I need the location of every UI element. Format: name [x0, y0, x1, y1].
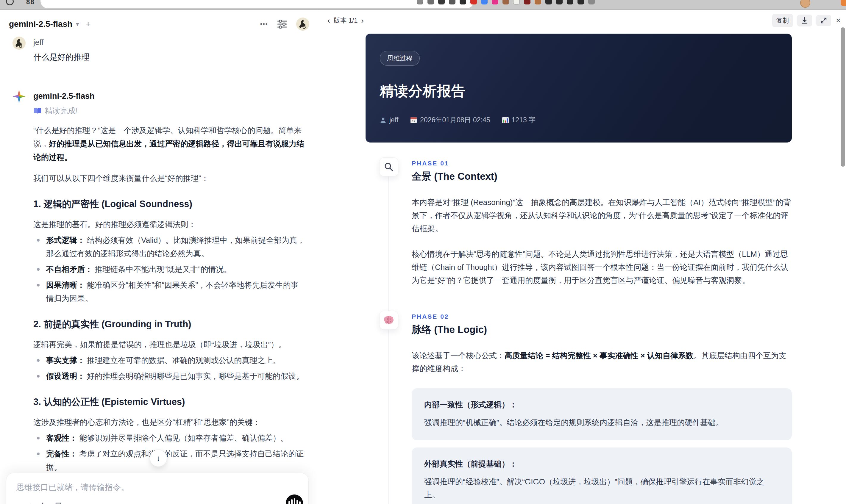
extension-icon[interactable]: [513, 0, 520, 4]
extension-icon[interactable]: [535, 0, 541, 4]
chat-panel: gemini-2.5-flash ▾ + ⋯: [0, 10, 317, 504]
user-avatar[interactable]: [296, 18, 309, 31]
browser-corner-icon[interactable]: [841, 0, 846, 6]
bullet-dot-icon: [37, 437, 40, 439]
user-message-text: 什么是好的推理: [33, 52, 305, 62]
card-text: 强调推理的“经验校准”。解决“GIGO（垃圾进，垃圾出）”问题，确保推理引擎运行…: [424, 475, 779, 501]
chat-heading: 2. 前提的真实性 (Grounding in Truth): [33, 318, 305, 330]
extension-icon[interactable]: [545, 0, 552, 4]
chat-bullet-item: 因果清晰： 能准确区分“相关性”和“因果关系”，不会轻率地将先后发生的事情归为因…: [33, 278, 305, 305]
calendar-icon: 17: [410, 116, 417, 124]
author-name: jeff: [389, 116, 398, 124]
expand-icon[interactable]: [816, 15, 831, 26]
bar-chart-icon: [502, 117, 509, 124]
message-composer[interactable]: 思维接口已就绪，请传输指令。 +: [6, 473, 309, 504]
assistant-status: 精读完成!: [33, 106, 305, 116]
magnifier-icon: [379, 157, 398, 176]
close-icon[interactable]: ×: [835, 16, 842, 25]
extension-icon[interactable]: [588, 0, 595, 4]
gemini-logo-icon: [13, 90, 25, 103]
phase-number: PHASE 02: [412, 313, 792, 320]
version-prev-icon[interactable]: ‹: [324, 16, 333, 25]
extension-icon[interactable]: [470, 0, 477, 4]
extension-icon[interactable]: [567, 0, 573, 4]
user-name: jeff: [33, 38, 305, 47]
attach-plus-button[interactable]: +: [16, 501, 22, 504]
version-label: 版本 1/1: [334, 16, 358, 25]
extension-icon[interactable]: [427, 0, 434, 4]
phase-section: PHASE 01全景 (The Context)本内容是对“推理 (Reason…: [366, 160, 792, 287]
chevron-down-icon[interactable]: ▾: [76, 20, 79, 28]
extension-icon[interactable]: [492, 0, 498, 4]
extension-icon[interactable]: [578, 0, 584, 4]
chat-paragraph: 这涉及推理者的心态和方法论，也是区分“杠精”和“思想家”的关键：: [33, 416, 305, 429]
wordcount-meta: 1213 字: [502, 115, 536, 125]
phase-body: 该论述基于一个核心公式：高质量结论 = 结构完整性 × 事实准确性 × 认知自律…: [412, 349, 792, 375]
brain-icon: [379, 311, 398, 330]
divider: [30, 503, 30, 504]
extension-icon[interactable]: [460, 0, 466, 4]
new-chat-button[interactable]: +: [85, 19, 91, 29]
bullet-text: 事实支撑： 推理建立在可靠的数据、准确的观测或公认的真理之上。: [46, 354, 280, 367]
version-next-icon[interactable]: ›: [358, 16, 367, 25]
extension-icon[interactable]: [449, 0, 455, 4]
bullet-dot-icon: [37, 359, 40, 362]
sparkle-diamond-icon[interactable]: [38, 503, 47, 504]
extension-icons-row: [417, 0, 595, 4]
composer-toolbar: +: [16, 501, 62, 504]
phase-timeline: PHASE 01全景 (The Context)本内容是对“推理 (Reason…: [366, 160, 792, 504]
extension-icon[interactable]: [503, 0, 509, 4]
user-avatar: [13, 37, 25, 50]
artifact-panel: ‹ 版本 1/1 › 复制 × 思维过程 精读分析报告: [317, 10, 846, 504]
author-meta: jeff: [380, 116, 398, 124]
chat-paragraph: 逻辑再完美，如果前提是错误的，推理也是垃圾（即“垃圾进，垃圾出”）。: [33, 338, 305, 352]
browser-toolbar: 88 · · | · · · · · · · · · · | · ·: [0, 0, 846, 10]
extension-icon[interactable]: [438, 0, 445, 4]
extension-icon[interactable]: [481, 0, 488, 4]
chat-bullet-item: 完备性： 考虑了对立的观点和潜在的反证，而不是只选择支持自己结论的证据。: [33, 447, 305, 474]
info-card: 外部真实性（前提基础）：强调推理的“经验校准”。解决“GIGO（垃圾进，垃圾出）…: [412, 448, 792, 504]
person-icon: [380, 117, 386, 124]
browser-profile-avatar[interactable]: [800, 0, 810, 8]
chat-heading: 3. 认知的公正性 (Epistemic Virtues): [33, 396, 305, 408]
reload-icon[interactable]: [6, 0, 14, 5]
extension-icon[interactable]: [556, 0, 563, 4]
report-hero-card: 思维过程 精读分析报告 jeff 17 2026年01月08日 02:45: [366, 34, 792, 143]
address-bar[interactable]: · · | · · · · · · · · · · | · ·: [40, 0, 474, 8]
phase-section: PHASE 02脉络 (The Logic)该论述基于一个核心公式：高质量结论 …: [366, 313, 792, 504]
download-icon[interactable]: [797, 15, 812, 26]
assistant-message: gemini-2.5-flash 精读完成! “什么是好的推理？”这是一个涉及逻…: [13, 90, 308, 504]
scrollbar-thumb[interactable]: [841, 28, 845, 167]
phase-number: PHASE 01: [412, 160, 792, 167]
phase-paragraph: 该论述基于一个核心公式：高质量结论 = 结构完整性 × 事实准确性 × 认知自律…: [412, 349, 792, 375]
extension-icon[interactable]: [524, 0, 530, 4]
chat-bullet-item: 客观性： 能够识别并尽量排除个人偏见（如幸存者偏差、确认偏差）。: [33, 431, 305, 445]
tab-grid-icon[interactable]: 88: [26, 0, 36, 5]
phase-paragraph: 本内容是对“推理 (Reasoning)”这一抽象概念的高层建模。在知识爆炸与人…: [412, 196, 792, 235]
report-title: 精读分析报告: [380, 82, 777, 101]
voice-input-button[interactable]: [286, 494, 303, 504]
composer-placeholder[interactable]: 思维接口已就绪，请传输指令。: [16, 482, 298, 493]
scroll-to-bottom-button[interactable]: ↓: [150, 450, 167, 467]
extension-icon[interactable]: [417, 0, 423, 4]
card-title: 外部真实性（前提基础）：: [424, 459, 779, 469]
settings-sliders-icon[interactable]: [277, 20, 287, 29]
bullet-text: 完备性： 考虑了对立的观点和潜在的反证，而不是只选择支持自己结论的证据。: [46, 447, 305, 474]
phase-title: 全景 (The Context): [412, 170, 792, 183]
bullet-dot-icon: [37, 284, 40, 287]
date-meta: 17 2026年01月08日 02:45: [410, 115, 490, 125]
assistant-name: gemini-2.5-flash: [33, 92, 305, 101]
info-cards: 内部一致性（形式逻辑）：强调推理的“机械正确”。结论必须在给定的规则系统内逻辑自…: [412, 388, 792, 504]
chat-bullet-item: 形式逻辑： 结构必须有效（Valid）。比如演绎推理中，如果前提全部为真，那么通…: [33, 234, 305, 260]
book-icon: [33, 107, 42, 114]
bullet-text: 不自相矛盾： 推理链条中不能出现“既是又非”的情况。: [46, 263, 232, 276]
model-selector[interactable]: gemini-2.5-flash: [9, 19, 72, 29]
bullet-dot-icon: [37, 375, 40, 378]
bookmark-icon[interactable]: [55, 503, 62, 504]
copy-button[interactable]: 复制: [772, 14, 793, 27]
hero-badge: 思维过程: [380, 51, 420, 66]
info-card: 内部一致性（形式逻辑）：强调推理的“机械正确”。结论必须在给定的规则系统内逻辑自…: [412, 388, 792, 440]
more-options-icon[interactable]: ⋯: [260, 20, 268, 29]
artifact-content: 思维过程 精读分析报告 jeff 17 2026年01月08日 02:45: [317, 28, 846, 504]
chat-heading: 1. 逻辑的严密性 (Logical Soundness): [33, 198, 305, 210]
